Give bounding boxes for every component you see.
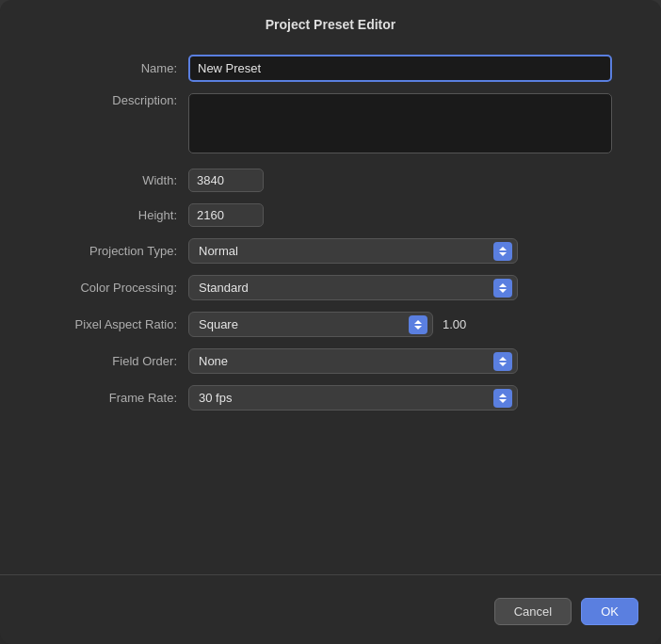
pixel-aspect-ratio-row: Pixel Aspect Ratio: Square HD Anamorphic… <box>38 312 623 337</box>
name-row: Name: <box>38 55 623 82</box>
dialog-footer: Cancel OK <box>0 588 661 644</box>
width-label: Width: <box>38 173 188 187</box>
description-input[interactable] <box>188 93 612 153</box>
dialog-title: Project Preset Editor <box>0 0 661 45</box>
project-preset-editor-dialog: Project Preset Editor Name: Description:… <box>0 0 661 644</box>
field-order-row: Field Order: None Upper First Lower Firs… <box>38 348 623 374</box>
dialog-body: Name: Description: Width: Height: Projec… <box>0 45 661 559</box>
color-processing-label: Color Processing: <box>38 281 188 295</box>
frame-rate-select[interactable]: 23.976 fps 24 fps 25 fps 29.97 fps 30 fp… <box>188 385 518 411</box>
height-label: Height: <box>38 208 188 222</box>
projection-type-row: Projection Type: Normal VR180 360 <box>38 238 623 264</box>
height-row: Height: <box>38 203 623 227</box>
width-row: Width: <box>38 169 623 192</box>
pixel-aspect-ratio-select-wrapper: Square HD Anamorphic SD Anamorphic <box>188 312 433 337</box>
pixel-aspect-ratio-value: 1.00 <box>443 317 480 331</box>
frame-rate-label: Frame Rate: <box>38 391 188 405</box>
field-order-select-wrapper: None Upper First Lower First <box>188 348 518 374</box>
projection-type-select[interactable]: Normal VR180 360 <box>188 238 518 264</box>
footer-divider <box>0 574 661 575</box>
pixel-aspect-ratio-select[interactable]: Square HD Anamorphic SD Anamorphic <box>188 312 433 337</box>
field-order-label: Field Order: <box>38 354 188 368</box>
cancel-button[interactable]: Cancel <box>494 598 572 625</box>
height-input[interactable] <box>188 203 264 227</box>
color-processing-select-wrapper: Standard Wide Gamut HDR <box>188 275 518 300</box>
field-order-select[interactable]: None Upper First Lower First <box>188 348 518 374</box>
description-label: Description: <box>38 93 188 107</box>
description-row: Description: <box>38 93 623 153</box>
projection-type-label: Projection Type: <box>38 244 188 258</box>
pixel-aspect-ratio-label: Pixel Aspect Ratio: <box>38 317 188 331</box>
width-input[interactable] <box>188 169 264 192</box>
pixel-aspect-ratio-group: Square HD Anamorphic SD Anamorphic 1.00 <box>188 312 623 337</box>
frame-rate-select-wrapper: 23.976 fps 24 fps 25 fps 29.97 fps 30 fp… <box>188 385 518 411</box>
name-input[interactable] <box>188 55 612 82</box>
projection-type-select-wrapper: Normal VR180 360 <box>188 238 518 264</box>
color-processing-select[interactable]: Standard Wide Gamut HDR <box>188 275 518 300</box>
color-processing-row: Color Processing: Standard Wide Gamut HD… <box>38 275 623 300</box>
name-label: Name: <box>38 61 188 75</box>
frame-rate-row: Frame Rate: 23.976 fps 24 fps 25 fps 29.… <box>38 385 623 411</box>
ok-button[interactable]: OK <box>581 598 638 625</box>
